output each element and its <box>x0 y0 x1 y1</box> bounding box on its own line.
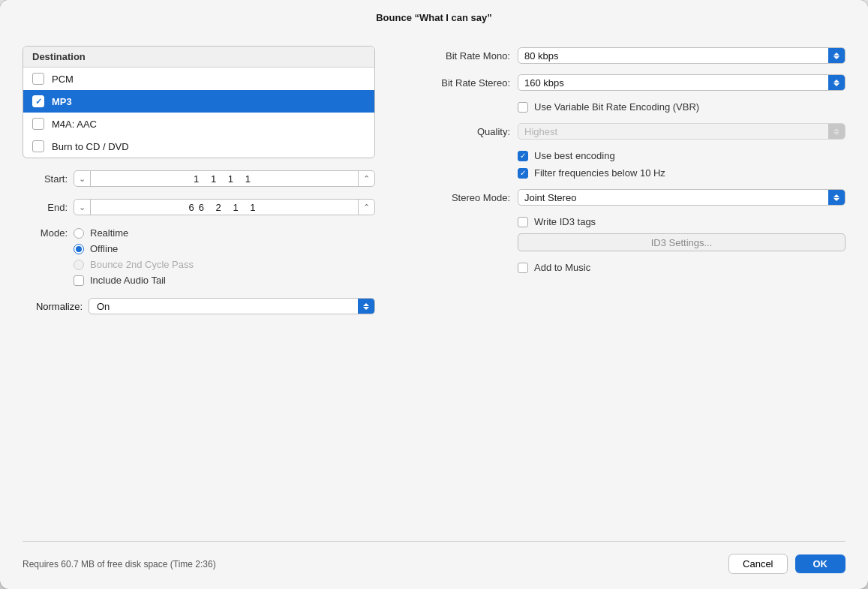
stereo-mode-row: Stereo Mode: Joint Stereo <box>405 189 845 206</box>
checkbox-vbr[interactable] <box>518 102 528 113</box>
bit-rate-stereo-field[interactable]: 160 kbps <box>518 74 845 91</box>
include-audio-tail-label: Include Audio Tail <box>90 275 166 286</box>
radio-offline[interactable] <box>74 244 84 254</box>
bit-rate-stereo-label: Bit Rate Stereo: <box>405 77 510 89</box>
bit-rate-mono-down-arrow <box>833 56 839 59</box>
dialog-footer: Requires 60.7 MB of free disk space (Tim… <box>0 542 868 589</box>
ok-button[interactable]: OK <box>795 554 846 573</box>
mode-realtime-row: Mode: Realtime <box>23 227 375 239</box>
checkbox-add-to-music[interactable] <box>518 263 528 273</box>
checkbox-burn[interactable] <box>32 140 44 152</box>
bit-rate-mono-up-arrow <box>833 53 839 56</box>
stereo-mode-label: Stereo Mode: <box>405 192 510 203</box>
vbr-row: Use Variable Bit Rate Encoding (VBR) <box>405 101 845 113</box>
quality-stepper <box>828 123 845 140</box>
cancel-button[interactable]: Cancel <box>728 554 787 574</box>
row-label-burn: Burn to CD / DVD <box>52 141 129 152</box>
use-best-encoding-label: Use best encoding <box>534 150 615 161</box>
start-field[interactable]: ⌄ 1 1 1 1 ⌃ <box>74 170 375 187</box>
start-label: Start: <box>23 173 68 185</box>
quality-up-arrow <box>833 128 839 131</box>
start-increment[interactable]: ⌃ <box>358 171 374 186</box>
stereo-mode-stepper[interactable] <box>828 189 845 206</box>
normalize-down-arrow <box>363 307 369 310</box>
normalize-label: Normalize: <box>23 301 83 312</box>
quality-row: Quality: Highest <box>405 123 845 140</box>
table-header: Destination <box>23 47 374 68</box>
end-row: End: ⌄ 66 2 1 1 ⌃ <box>23 199 375 215</box>
id3-settings-button: ID3 Settings... <box>518 233 845 251</box>
destination-row-pcm[interactable]: PCM <box>23 68 374 90</box>
bit-rate-mono-value: 80 kbps <box>518 50 828 62</box>
checkbox-m4a[interactable] <box>32 118 44 130</box>
quality-down-arrow <box>833 132 839 135</box>
quality-select-value: Highest <box>518 126 828 137</box>
destination-row-m4a[interactable]: M4A: AAC <box>23 113 374 135</box>
start-row: Start: ⌄ 1 1 1 1 ⌃ <box>23 170 375 187</box>
id3-settings-label: ID3 Settings... <box>651 237 713 248</box>
quality-label: Quality: <box>405 126 510 137</box>
bounce-dialog: Bounce “What I can say” Destination PCM … <box>0 0 868 589</box>
checkbox-filter-frequencies[interactable]: ✓ <box>518 168 528 179</box>
bit-rate-mono-field[interactable]: 80 kbps <box>518 47 845 64</box>
mode-offline-row: Offline <box>74 243 375 254</box>
stereo-mode-down-arrow <box>833 198 839 201</box>
row-label-pcm: PCM <box>52 74 74 85</box>
use-best-encoding-row: ✓ Use best encoding <box>518 150 845 161</box>
checkbox-pcm[interactable] <box>32 73 44 85</box>
checkbox-write-id3[interactable] <box>518 217 528 227</box>
normalize-stepper-btn[interactable] <box>358 298 374 314</box>
mode-label: Mode: <box>23 227 68 239</box>
bit-rate-stereo-down-arrow <box>833 83 839 86</box>
write-id3-label: Write ID3 tags <box>534 216 596 227</box>
checkbox-mp3[interactable]: ✓ <box>32 95 44 107</box>
end-increment[interactable]: ⌃ <box>358 200 374 215</box>
mode-bounce2nd-row: Bounce 2nd Cycle Pass <box>74 259 375 270</box>
include-audio-tail-row: Include Audio Tail <box>74 275 375 286</box>
right-panel: Bit Rate Mono: 80 kbps Bit Rate Stereo: … <box>405 46 845 541</box>
end-label: End: <box>23 202 68 213</box>
destination-row-mp3[interactable]: ✓ MP3 <box>23 90 374 113</box>
row-label-m4a: M4A: AAC <box>52 119 97 130</box>
id3-section: Write ID3 tags ID3 Settings... <box>405 216 845 251</box>
bit-rate-stereo-row: Bit Rate Stereo: 160 kbps <box>405 74 845 91</box>
destination-table: Destination PCM ✓ MP3 M4A: AAC Burn to C… <box>23 46 375 158</box>
bit-rate-stereo-value: 160 kbps <box>518 77 828 89</box>
stereo-mode-field[interactable]: Joint Stereo <box>518 189 845 206</box>
stereo-mode-up-arrow <box>833 194 839 197</box>
bit-rate-mono-label: Bit Rate Mono: <box>405 50 510 62</box>
mode-section: Mode: Realtime Offline Bounce 2nd Cycle … <box>23 227 375 286</box>
stereo-mode-value: Joint Stereo <box>518 192 828 203</box>
footer-buttons: Cancel OK <box>728 554 845 574</box>
checkbox-use-best-encoding[interactable]: ✓ <box>518 151 528 161</box>
offline-label: Offline <box>90 243 118 254</box>
bit-rate-stereo-stepper[interactable] <box>828 74 845 91</box>
normalize-value: On <box>89 301 358 312</box>
normalize-up-arrow <box>363 303 369 306</box>
encoding-check-group: ✓ Use best encoding ✓ Filter frequencies… <box>405 150 845 179</box>
filter-frequencies-label: Filter frequencies below 10 Hz <box>534 167 665 179</box>
add-to-music-row: Add to Music <box>405 262 845 273</box>
destination-row-burn[interactable]: Burn to CD / DVD <box>23 135 374 158</box>
row-label-mp3: MP3 <box>52 96 72 107</box>
end-field[interactable]: ⌄ 66 2 1 1 ⌃ <box>74 199 375 215</box>
quality-select: Highest <box>518 123 845 140</box>
bit-rate-stereo-up-arrow <box>833 80 839 83</box>
checkbox-include-audio-tail[interactable] <box>74 275 84 286</box>
radio-bounce2nd <box>74 260 84 270</box>
end-value: 66 2 1 1 <box>91 202 358 213</box>
mode-indent-options: Offline Bounce 2nd Cycle Pass Include Au… <box>23 243 375 286</box>
normalize-field[interactable]: On <box>89 298 375 314</box>
radio-realtime[interactable] <box>74 228 84 239</box>
normalize-row: Normalize: On <box>23 298 375 314</box>
start-decrement[interactable]: ⌄ <box>74 171 91 186</box>
end-decrement[interactable]: ⌄ <box>74 200 91 215</box>
dialog-title: Bounce “What I can say” <box>0 0 868 31</box>
write-id3-row: Write ID3 tags <box>518 216 845 227</box>
filter-frequencies-row: ✓ Filter frequencies below 10 Hz <box>518 167 845 179</box>
left-panel: Destination PCM ✓ MP3 M4A: AAC Burn to C… <box>23 46 375 541</box>
realtime-label: Realtime <box>90 227 128 239</box>
disk-space-info: Requires 60.7 MB of free disk space (Tim… <box>23 559 216 569</box>
start-value: 1 1 1 1 <box>91 173 358 185</box>
bit-rate-mono-stepper[interactable] <box>828 47 845 64</box>
